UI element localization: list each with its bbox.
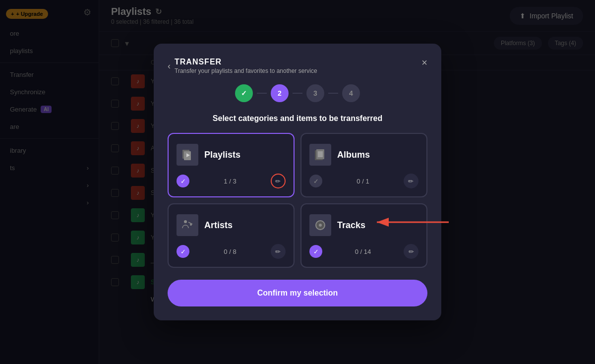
- category-card-tracks[interactable]: Tracks ✓ 0 / 14 ✏: [300, 203, 427, 268]
- svg-point-10: [319, 224, 322, 227]
- modal-overlay: ‹ TRANSFER Transfer your playlists and f…: [0, 0, 595, 364]
- playlists-edit-button[interactable]: ✏: [271, 174, 286, 188]
- category-footer-tracks: ✓ 0 / 14 ✏: [309, 244, 418, 259]
- back-button[interactable]: ‹: [168, 61, 171, 71]
- step-connector-2: [293, 93, 302, 94]
- category-footer-albums: ✓ 0 / 1 ✏: [309, 174, 418, 188]
- modal-section-title: Select categories and items to be transf…: [168, 114, 427, 123]
- playlists-count: 1 / 3: [224, 178, 236, 185]
- svg-point-6: [184, 220, 187, 223]
- step-3: 3: [306, 84, 324, 102]
- modal-title: TRANSFER: [175, 58, 317, 66]
- modal-close-button[interactable]: ×: [421, 58, 427, 67]
- svg-point-8: [190, 224, 192, 226]
- modal-back-section: ‹ TRANSFER Transfer your playlists and f…: [168, 58, 317, 74]
- category-card-artists[interactable]: Artists ✓ 0 / 8 ✏: [168, 203, 295, 268]
- album-icon: [309, 144, 331, 166]
- tracks-icon: [309, 214, 331, 236]
- modal-subtitle: Transfer your playlists and favorites to…: [175, 67, 317, 74]
- artists-icon: [177, 214, 198, 236]
- tracks-check[interactable]: ✓: [309, 245, 322, 258]
- artists-edit-button[interactable]: ✏: [271, 244, 286, 259]
- tracks-count: 0 / 14: [355, 248, 371, 255]
- playlist-icon: [177, 144, 198, 166]
- category-footer-artists: ✓ 0 / 8 ✏: [177, 244, 286, 259]
- artists-check[interactable]: ✓: [177, 245, 189, 258]
- step-connector-3: [328, 93, 338, 94]
- modal-title-block: TRANSFER Transfer your playlists and fav…: [175, 58, 317, 74]
- steps-indicator: ✓ 2 3 4: [168, 84, 427, 102]
- albums-label: Albums: [337, 150, 370, 160]
- tracks-edit-button[interactable]: ✏: [404, 244, 418, 259]
- albums-edit-button[interactable]: ✏: [404, 174, 418, 188]
- modal-header: ‹ TRANSFER Transfer your playlists and f…: [168, 58, 427, 74]
- step-2: 2: [271, 84, 289, 102]
- category-card-header-artists: Artists: [177, 214, 286, 236]
- step-connector-1: [257, 93, 267, 94]
- playlists-check[interactable]: ✓: [177, 175, 189, 187]
- category-card-playlists[interactable]: Playlists ✓ 1 / 3 ✏: [168, 133, 295, 197]
- albums-check[interactable]: ✓: [309, 175, 322, 187]
- albums-count: 0 / 1: [357, 178, 369, 185]
- confirm-selection-button[interactable]: Confirm my selection: [168, 280, 427, 306]
- category-card-header-albums: Albums: [309, 144, 418, 166]
- step-4: 4: [342, 84, 360, 102]
- category-card-header-playlists: Playlists: [177, 144, 286, 166]
- artists-label: Artists: [204, 220, 233, 231]
- category-footer-playlists: ✓ 1 / 3 ✏: [177, 174, 286, 188]
- category-card-header-tracks: Tracks: [309, 214, 418, 236]
- transfer-modal: ‹ TRANSFER Transfer your playlists and f…: [154, 44, 441, 320]
- artists-count: 0 / 8: [224, 248, 236, 255]
- step-1: ✓: [235, 84, 253, 102]
- category-card-albums[interactable]: Albums ✓ 0 / 1 ✏: [300, 133, 427, 197]
- svg-rect-5: [318, 151, 323, 157]
- category-grid: Playlists ✓ 1 / 3 ✏: [168, 133, 427, 268]
- tracks-label: Tracks: [337, 220, 365, 231]
- playlists-label: Playlists: [204, 150, 240, 160]
